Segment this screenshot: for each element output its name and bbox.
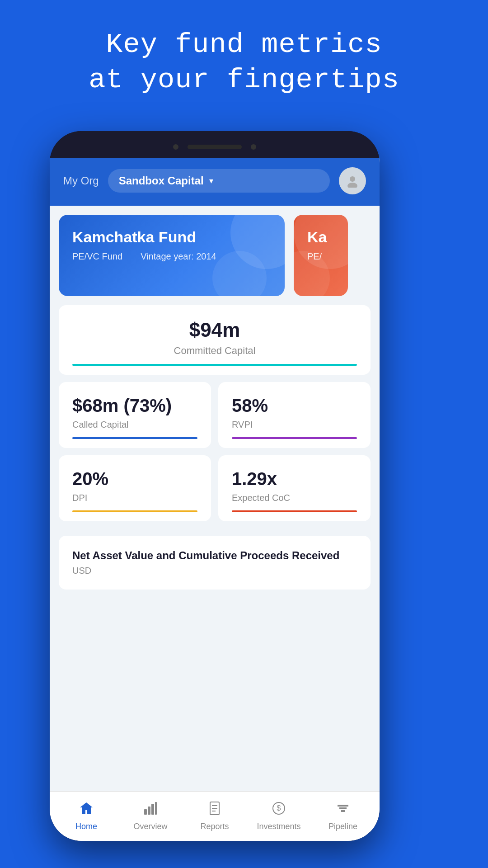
expected-coc-line [232, 510, 357, 512]
committed-capital-value: $94m [72, 319, 357, 341]
called-capital-label: Called Capital [72, 420, 197, 430]
fund-alt-type: PE/ [307, 251, 334, 262]
called-capital-line [72, 437, 197, 439]
nav-label-home: Home [75, 822, 97, 831]
rvpi-value: 58% [232, 396, 357, 416]
notch-dot-right [251, 144, 256, 150]
nav-label-pipeline: Pipeline [328, 822, 357, 831]
home-icon [79, 801, 94, 819]
avatar[interactable] [339, 167, 366, 194]
nav-item-reports[interactable]: Reports [183, 801, 247, 831]
nav-label-investments: Investments [257, 822, 300, 831]
fund-card-alt[interactable]: Ka PE/ [294, 215, 348, 296]
svg-marker-14 [341, 810, 345, 812]
dpi-label: DPI [72, 493, 197, 503]
svg-marker-12 [338, 805, 348, 807]
phone-screen: My Org Sandbox Capital ▾ Kamchatka Fund … [50, 158, 380, 841]
fund-name: Kamchatka Fund [72, 228, 271, 246]
phone-frame: My Org Sandbox Capital ▾ Kamchatka Fund … [50, 131, 380, 841]
called-capital-value: $68m (73%) [72, 396, 197, 416]
main-content: Kamchatka Fund PE/VC Fund Vintage year: … [50, 206, 380, 802]
chart-section: Net Asset Value and Cumulative Proceeds … [59, 536, 371, 590]
committed-capital-line [72, 364, 357, 366]
fund-alt-name: Ka [307, 228, 334, 246]
rvpi-line [232, 437, 357, 439]
overview-icon [143, 801, 158, 819]
nav-label-overview: Overview [133, 822, 167, 831]
metric-row-1: $68m (73%) Called Capital 58% RVPI [59, 382, 371, 448]
svg-marker-13 [339, 807, 347, 809]
fund-type: PE/VC Fund [72, 251, 122, 262]
committed-capital-label: Committed Capital [72, 345, 357, 357]
expected-coc-card: 1.29x Expected CoC [218, 455, 371, 521]
org-dropdown-text: Sandbox Capital [119, 175, 204, 187]
fund-card-primary[interactable]: Kamchatka Fund PE/VC Fund Vintage year: … [59, 215, 285, 296]
chart-title: Net Asset Value and Cumulative Proceeds … [72, 549, 357, 562]
notch-dot-left [173, 144, 178, 150]
nav-item-investments[interactable]: $ Investments [247, 801, 311, 831]
metrics-grid: $94m Committed Capital $68m (73%) Called… [59, 305, 371, 590]
expected-coc-label: Expected CoC [232, 493, 357, 503]
fund-carousel: Kamchatka Fund PE/VC Fund Vintage year: … [59, 215, 371, 296]
rvpi-card: 58% RVPI [218, 382, 371, 448]
chevron-down-icon: ▾ [209, 176, 213, 186]
phone-notch [50, 131, 380, 158]
svg-text:$: $ [277, 804, 281, 812]
investments-icon: $ [272, 801, 286, 819]
dpi-card: 20% DPI [59, 455, 211, 521]
svg-point-1 [347, 183, 357, 188]
app-header: My Org Sandbox Capital ▾ [50, 158, 380, 206]
nav-item-home[interactable]: Home [54, 801, 118, 831]
notch-speaker [188, 145, 242, 149]
fund-meta: PE/VC Fund Vintage year: 2014 [72, 251, 271, 262]
my-org-label: My Org [63, 175, 99, 187]
svg-rect-3 [148, 807, 150, 815]
bottom-nav: Home Overview [50, 791, 380, 841]
chart-subtitle: USD [72, 566, 357, 576]
svg-rect-2 [144, 809, 147, 815]
nav-label-reports: Reports [200, 822, 229, 831]
svg-point-0 [350, 176, 355, 182]
committed-capital-card: $94m Committed Capital [59, 305, 371, 375]
nav-item-pipeline[interactable]: Pipeline [311, 801, 375, 831]
reports-icon [207, 801, 222, 819]
svg-rect-4 [151, 804, 154, 815]
expected-coc-value: 1.29x [232, 469, 357, 489]
pipeline-icon [336, 801, 350, 819]
dpi-value: 20% [72, 469, 197, 489]
hero-text: Key fund metrics at your fingertips [0, 27, 488, 97]
called-capital-card: $68m (73%) Called Capital [59, 382, 211, 448]
metric-row-2: 20% DPI 1.29x Expected CoC [59, 455, 371, 521]
org-dropdown[interactable]: Sandbox Capital ▾ [108, 169, 330, 193]
svg-rect-5 [155, 802, 157, 815]
nav-item-overview[interactable]: Overview [118, 801, 183, 831]
fund-vintage: Vintage year: 2014 [141, 251, 216, 262]
dpi-line [72, 510, 197, 512]
rvpi-label: RVPI [232, 420, 357, 430]
